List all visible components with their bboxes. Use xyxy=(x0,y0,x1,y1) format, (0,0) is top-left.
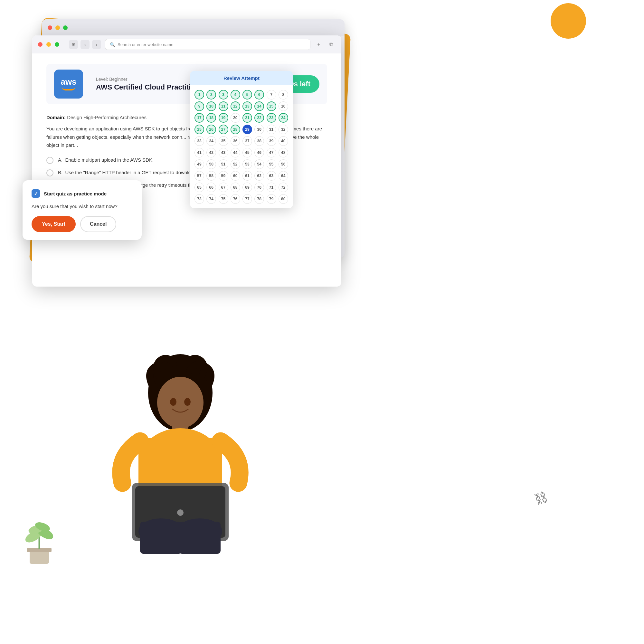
close-dot[interactable] xyxy=(38,42,43,47)
review-num-42[interactable]: 42 xyxy=(206,148,216,157)
review-num-80[interactable]: 80 xyxy=(279,194,288,204)
review-num-70[interactable]: 70 xyxy=(254,183,264,192)
review-num-71[interactable]: 71 xyxy=(267,183,276,192)
review-num-57[interactable]: 57 xyxy=(194,171,204,181)
review-num-50[interactable]: 50 xyxy=(206,159,216,169)
review-num-63[interactable]: 63 xyxy=(267,171,276,181)
review-num-37[interactable]: 37 xyxy=(242,136,252,146)
practice-mode-label: Start quiz as practice mode xyxy=(44,191,107,196)
review-num-38[interactable]: 38 xyxy=(254,136,264,146)
review-num-21[interactable]: 21 xyxy=(242,113,252,123)
review-num-30[interactable]: 30 xyxy=(254,125,264,134)
review-num-45[interactable]: 45 xyxy=(242,148,252,157)
review-num-11[interactable]: 11 xyxy=(219,101,228,111)
review-num-5[interactable]: 5 xyxy=(242,90,252,99)
review-num-60[interactable]: 60 xyxy=(231,171,240,181)
practice-mode-row: ✓ Start quiz as practice mode xyxy=(32,189,133,198)
minimize-dot[interactable] xyxy=(46,42,51,47)
review-num-12[interactable]: 12 xyxy=(231,101,240,111)
review-num-8[interactable]: 8 xyxy=(279,90,288,99)
review-num-1[interactable]: 1 xyxy=(194,90,204,99)
review-num-78[interactable]: 78 xyxy=(254,194,264,204)
review-num-69[interactable]: 69 xyxy=(242,183,252,192)
review-num-36[interactable]: 36 xyxy=(231,136,240,146)
forward-button[interactable]: › xyxy=(92,40,101,49)
review-num-73[interactable]: 73 xyxy=(194,194,204,204)
review-num-34[interactable]: 34 xyxy=(206,136,216,146)
review-num-65[interactable]: 65 xyxy=(194,183,204,192)
review-num-10[interactable]: 10 xyxy=(206,101,216,111)
cancel-button[interactable]: Cancel xyxy=(80,216,116,232)
review-num-58[interactable]: 58 xyxy=(206,171,216,181)
review-num-17[interactable]: 17 xyxy=(194,113,204,123)
review-num-66[interactable]: 66 xyxy=(206,183,216,192)
yes-start-button[interactable]: Yes, Start xyxy=(32,216,76,232)
review-num-20[interactable]: 20 xyxy=(231,113,240,123)
review-num-59[interactable]: 59 xyxy=(219,171,228,181)
review-num-24[interactable]: 24 xyxy=(279,113,288,123)
address-bar[interactable]: 🔍 Search or enter website name xyxy=(105,39,310,50)
review-num-68[interactable]: 68 xyxy=(231,183,240,192)
review-num-56[interactable]: 56 xyxy=(279,159,288,169)
review-num-23[interactable]: 23 xyxy=(267,113,276,123)
review-num-54[interactable]: 54 xyxy=(254,159,264,169)
review-num-51[interactable]: 51 xyxy=(219,159,228,169)
review-num-40[interactable]: 40 xyxy=(279,136,288,146)
review-num-61[interactable]: 61 xyxy=(242,171,252,181)
review-num-32[interactable]: 32 xyxy=(279,125,288,134)
review-num-47[interactable]: 47 xyxy=(267,148,276,157)
review-num-33[interactable]: 33 xyxy=(194,136,204,146)
review-num-13[interactable]: 13 xyxy=(242,101,252,111)
review-num-31[interactable]: 31 xyxy=(267,125,276,134)
review-num-39[interactable]: 39 xyxy=(267,136,276,146)
review-num-6[interactable]: 6 xyxy=(254,90,264,99)
review-num-29[interactable]: 29 xyxy=(242,125,252,134)
review-num-72[interactable]: 72 xyxy=(279,183,288,192)
review-num-67[interactable]: 67 xyxy=(219,183,228,192)
cert-level: Level: Beginner xyxy=(96,77,206,82)
review-num-48[interactable]: 48 xyxy=(279,148,288,157)
review-num-27[interactable]: 27 xyxy=(219,125,228,134)
review-num-49[interactable]: 49 xyxy=(194,159,204,169)
review-num-64[interactable]: 64 xyxy=(279,171,288,181)
back-button[interactable]: ‹ xyxy=(81,40,90,49)
review-num-22[interactable]: 22 xyxy=(254,113,264,123)
review-num-74[interactable]: 74 xyxy=(206,194,216,204)
review-num-15[interactable]: 15 xyxy=(267,101,276,111)
dot-red xyxy=(48,25,52,30)
maximize-dot[interactable] xyxy=(55,42,59,47)
review-num-55[interactable]: 55 xyxy=(267,159,276,169)
review-num-76[interactable]: 76 xyxy=(231,194,240,204)
review-num-44[interactable]: 44 xyxy=(231,148,240,157)
radio-a[interactable] xyxy=(46,157,53,164)
review-num-16[interactable]: 16 xyxy=(279,101,288,111)
review-num-53[interactable]: 53 xyxy=(242,159,252,169)
review-num-77[interactable]: 77 xyxy=(242,194,252,204)
review-num-14[interactable]: 14 xyxy=(254,101,264,111)
sidebar-toggle-button[interactable]: ⊞ xyxy=(69,40,78,49)
review-num-62[interactable]: 62 xyxy=(254,171,264,181)
radio-b[interactable] xyxy=(46,169,53,176)
review-num-28[interactable]: 28 xyxy=(231,125,240,134)
duplicate-tab-button[interactable]: ⧉ xyxy=(327,40,336,49)
review-num-43[interactable]: 43 xyxy=(219,148,228,157)
new-tab-button[interactable]: + xyxy=(314,40,323,49)
review-num-79[interactable]: 79 xyxy=(267,194,276,204)
review-num-75[interactable]: 75 xyxy=(219,194,228,204)
review-num-9[interactable]: 9 xyxy=(194,101,204,111)
review-num-46[interactable]: 46 xyxy=(254,148,264,157)
review-num-3[interactable]: 3 xyxy=(219,90,228,99)
review-num-19[interactable]: 19 xyxy=(219,113,228,123)
review-num-25[interactable]: 25 xyxy=(194,125,204,134)
review-num-4[interactable]: 4 xyxy=(231,90,240,99)
review-num-7[interactable]: 7 xyxy=(267,90,276,99)
practice-mode-checkbox[interactable]: ✓ xyxy=(32,189,40,198)
review-num-41[interactable]: 41 xyxy=(194,148,204,157)
review-num-26[interactable]: 26 xyxy=(206,125,216,134)
review-num-2[interactable]: 2 xyxy=(206,90,216,99)
review-attempt-panel: Review Attempt 1234567891011121314151617… xyxy=(190,71,293,208)
review-num-35[interactable]: 35 xyxy=(219,136,228,146)
review-num-52[interactable]: 52 xyxy=(231,159,240,169)
dot-yellow xyxy=(55,25,60,30)
review-num-18[interactable]: 18 xyxy=(206,113,216,123)
